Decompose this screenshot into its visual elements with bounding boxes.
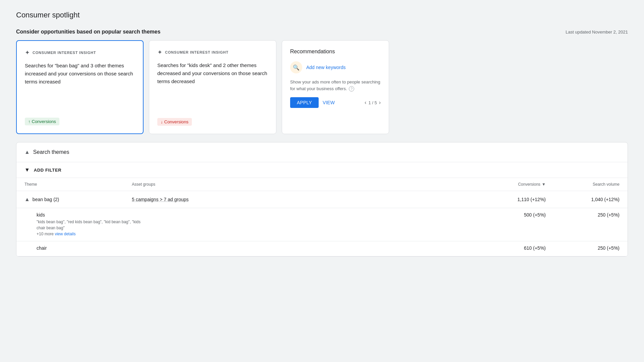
recommendations-card: Recommendations 🔍 Add new keywords Show …: [282, 40, 389, 134]
help-icon[interactable]: ?: [349, 86, 354, 92]
sort-down-icon: ▼: [542, 182, 546, 187]
rec-description: Show your ads more often to people searc…: [290, 79, 381, 92]
insight-card-2[interactable]: ✦ CONSUMER INTEREST INSIGHT Searches for…: [149, 40, 276, 134]
table-row[interactable]: ▲ bean bag (2) 5 campaigns > 7 ad groups…: [16, 191, 628, 208]
view-details-link-kids[interactable]: view details: [55, 232, 75, 236]
themes-title: Search themes: [33, 149, 69, 155]
card1-header: ✦ CONSUMER INTEREST INSIGHT: [25, 49, 135, 56]
card1-text: Searches for "bean bag" and 3 other them…: [25, 62, 135, 86]
section-label: Consider opportunities based on popular …: [16, 29, 160, 35]
sub-row-theme-kids: kids "kids bean bag", "red kids bean bag…: [37, 212, 144, 237]
search-themes-header[interactable]: ▲ Search themes: [16, 142, 628, 162]
sparkle-icon-1: ✦: [25, 49, 30, 56]
search-themes-section: ▲ Search themes ▼ ADD FILTER Theme Asset…: [16, 142, 628, 257]
sub-theme-name-kids: kids: [37, 212, 144, 218]
pagination: ‹ 1 / 5 ›: [365, 100, 381, 106]
row-conversions: 1,110 (+12%): [472, 197, 546, 202]
row-theme-name: bean bag (2): [33, 197, 59, 202]
sub-row-conversions-kids: 500 (+5%): [472, 212, 546, 218]
up-arrow-icon-1: ↑: [28, 119, 31, 124]
card1-badge: ↑ Conversions: [25, 118, 59, 125]
sub-table-row-chair: chair 610 (+5%) 250 (+5%): [16, 241, 628, 256]
down-arrow-icon-2: ↓: [161, 119, 163, 124]
add-filter-text: ADD FILTER: [34, 168, 61, 173]
card2-header: ✦ CONSUMER INTEREST INSIGHT: [157, 49, 268, 56]
next-page-button[interactable]: ›: [379, 100, 381, 106]
col-conversions[interactable]: Conversions ▼: [472, 182, 546, 187]
col-search-volume: Search volume: [546, 182, 620, 187]
card1-badge-text: Conversions: [32, 119, 56, 124]
rec-actions: APPLY VIEW ‹ 1 / 5 ›: [290, 97, 381, 108]
card2-label: CONSUMER INTEREST INSIGHT: [165, 50, 228, 54]
last-updated: Last updated November 2, 2021: [566, 29, 628, 35]
row-expand[interactable]: ▲ bean bag (2): [24, 196, 132, 202]
sub-theme-keywords-kids: "kids bean bag", "red kids bean bag", "k…: [37, 219, 144, 237]
card2-badge: ↓ Conversions: [157, 118, 192, 126]
rec-item: 🔍 Add new keywords: [290, 61, 381, 73]
row-asset-groups[interactable]: 5 campaigns > 7 ad groups: [132, 197, 472, 202]
pagination-display: 1 / 5: [368, 100, 377, 105]
card2-text: Searches for "kids desk" and 2 other the…: [157, 61, 268, 85]
more-text-kids: +10 more: [37, 232, 54, 236]
chevron-up-icon: ▲: [24, 149, 30, 155]
card2-badge-text: Conversions: [164, 119, 189, 124]
col-asset-groups: Asset groups: [132, 182, 472, 187]
view-button[interactable]: VIEW: [323, 100, 335, 105]
cards-row: ✦ CONSUMER INTEREST INSIGHT Searches for…: [16, 40, 628, 134]
filter-icon: ▼: [24, 167, 30, 173]
sparkle-icon-2: ✦: [157, 49, 162, 56]
card1-label: CONSUMER INTEREST INSIGHT: [33, 51, 96, 55]
insight-card-1[interactable]: ✦ CONSUMER INTEREST INSIGHT Searches for…: [16, 40, 144, 134]
row-chevron-up-icon: ▲: [24, 196, 30, 202]
section-header: Consider opportunities based on popular …: [16, 29, 628, 35]
apply-button[interactable]: APPLY: [290, 97, 319, 108]
sub-row-theme-chair: chair: [37, 245, 144, 252]
page-container: Consumer spotlight Consider opportunitie…: [0, 0, 644, 362]
page-title: Consumer spotlight: [16, 11, 628, 19]
rec-icon-wrapper: 🔍: [290, 61, 302, 73]
filter-bar[interactable]: ▼ ADD FILTER: [16, 162, 628, 178]
recommendations-title: Recommendations: [290, 49, 381, 55]
table-header: Theme Asset groups Conversions ▼ Search …: [16, 178, 628, 191]
sub-theme-name-chair: chair: [37, 245, 144, 251]
row-search-volume: 1,040 (+12%): [546, 197, 620, 202]
sub-table-row-kids: kids "kids bean bag", "red kids bean bag…: [16, 208, 628, 241]
magnify-icon: 🔍: [293, 64, 300, 71]
sub-row-search-volume-chair: 250 (+5%): [546, 245, 620, 251]
sub-row-search-volume-kids: 250 (+5%): [546, 212, 620, 218]
col-theme: Theme: [24, 182, 132, 187]
sub-row-conversions-chair: 610 (+5%): [472, 245, 546, 251]
rec-name[interactable]: Add new keywords: [306, 65, 346, 70]
prev-page-button[interactable]: ‹: [365, 100, 366, 106]
